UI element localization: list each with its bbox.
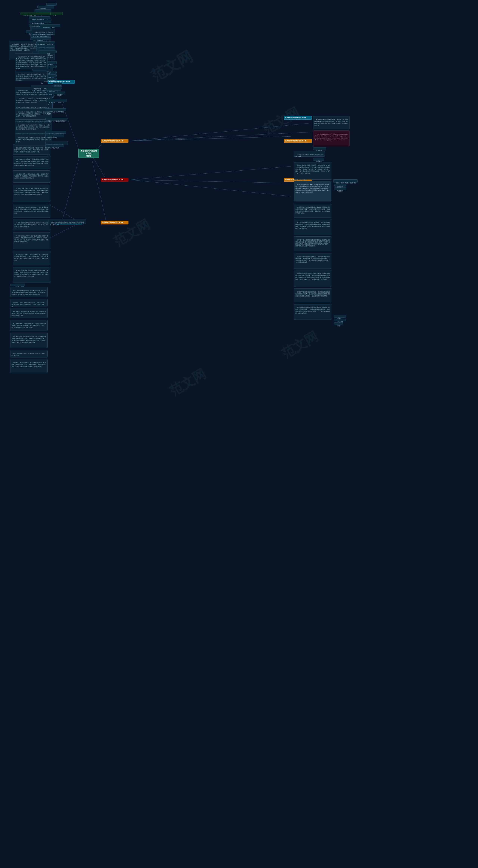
text-block-right: 增进了学生们互相交流的机会，加强了运用英语进行交流的实际能力，提高了应用英语的综…	[294, 288, 332, 302]
text-block: 12、整个英语学习的过程是一个由浅入深，由感性到理性认识循序渐进的过程，因此，对…	[10, 333, 47, 348]
text-block-right: 为了进一步激发学生的学习积极性，真正把英语成绩提高上去，老师要积极利用各种资源，…	[294, 219, 332, 235]
leaf-node: 初三 作文	[36, 45, 55, 48]
text-block: 部分专业英语语句记忆	[45, 141, 68, 145]
leaf-node-right: 英语对话	[334, 184, 346, 186]
leaf-node-right: 结语如下	[313, 158, 324, 161]
leaf-node: 在校学习成绩	[45, 134, 64, 137]
leaf-node: 学习总结一	[46, 88, 61, 91]
leaf-node: 初三	[46, 3, 57, 6]
leaf-node: 学校活动：文艺活动	[45, 131, 66, 134]
text-block-right-light: flex更好地开展英语课程，一是根据学生学习的特点，一是在网络——一线教学模式的…	[294, 181, 332, 202]
central-node: 英语初中学校的简介范文 共5篇	[78, 149, 99, 158]
text-block-right: 小ABCZ 为了使学生能更好地学到语文知识，有那	[294, 151, 325, 157]
text-block: 初中英语：人教版，实用英语作文范文，英语写作技巧，初中英语作文：有关学校的英语作…	[32, 29, 55, 35]
leaf-node: 指导教师	[53, 83, 62, 86]
leaf-node: 初中英语：作文练习	[36, 41, 55, 44]
text-block: 6、我将根据总结多年的工作经验，在实际工作中认真思考，不断总结，使自己得到更大的…	[13, 219, 50, 230]
text-block: 总的来说，我们的英语作文，需要不断地练习写作，积累经验，培养良好的学习习惯，逐步…	[10, 359, 47, 373]
text-block: 如何写英语作文范文格式，更好地提高英语写作水平，加以总结	[48, 219, 86, 224]
branch-node-3[interactable]: 英语初中学校的简介范文 第三篇	[101, 178, 129, 182]
leaf-node: 初中英语：人教版	[40, 24, 60, 27]
leaf-node-right: 结语如下	[334, 315, 346, 318]
leaf-node-right: 结语如下	[334, 319, 346, 321]
leaf-node: 广告英语：广告作文范文	[46, 99, 67, 102]
connections-svg	[0, 0, 478, 868]
text-block-right: 初学之中学生们找英语老师练习英语，慢慢地，加强了运用英语进行交流的实际能力，提高…	[294, 237, 332, 251]
watermark-5: 范文网	[278, 328, 321, 363]
leaf-node: 写法一：一般叙述性写法	[45, 118, 67, 121]
text-block: 9、开学初我们对考上来的学生质量进行了分析研究，这些学生大多数是以前学过一些简单…	[13, 267, 50, 283]
text-block: 总而言之，写好英语作文作为一个步骤，只是一个开始。我们还需要在日常生活中多加练习…	[10, 299, 47, 307]
svg-line-12	[131, 123, 312, 141]
watermark-1: 范文网	[147, 46, 196, 86]
leaf-node: 初三英语作文 广告	[21, 12, 50, 15]
text-block: 5、我将在工作和生活中不断磨砺自己，提升自己的职业素养，通过不断地学习和积累，如…	[13, 204, 50, 218]
leaf-node-right: 结语如下	[334, 187, 346, 190]
text-block-right: 初学之中学生们找英语老师练习英语，慢慢地，能在课堂上练习英语了，但也是需要向学校…	[294, 204, 332, 218]
branch-right-2[interactable]: 英语初中学校的简介范文 第二篇	[284, 139, 312, 143]
branch-node-2[interactable]: 英语初中学校的简介范文 第二篇	[101, 139, 129, 143]
leaf-node-right: 英语阅读	[313, 147, 326, 150]
leaf-node: 总的来说，我们的	[10, 284, 25, 286]
text-block: 8、这学期我主要承担了初一英语教学工作。在学校领导和英语教研组的指导下，通过本人…	[13, 251, 50, 265]
mindmap-container: 范文网 范文网 范文网 范文网 范文网 英语	[0, 0, 478, 868]
text-block: 于是抱着对提高教学效果的兴趣，我积极了解了一些相关的理论知识，充分利用多媒体、网…	[13, 144, 50, 155]
svg-line-14	[131, 136, 291, 141]
leaf-node: 内容一：一些重要学习方法点	[46, 92, 65, 94]
branch-right-1[interactable]: 英语初中学校的简介范文 第一篇	[284, 116, 312, 120]
leaf-node: 初中英语作文	[38, 51, 57, 53]
text-block: 人的成长过程中，每个阶段都有其独特的挑战和机遇。作为一个中学生，我在这个阶段经历…	[15, 53, 47, 69]
text-block: 11、学期结束时，以班级为单位进行了一个小型的英语演讲比赛，同学们表现得很积极，…	[10, 320, 47, 331]
text-block-right: 初学之中学生们找英语老师练习英语，慢慢地，能在课堂上练习英语了，英语教学活动效果…	[294, 304, 332, 320]
text-block: 在这所学校里，老师们不仅传授我们知识，更注重培养我们的品格和价值观。这里的教学方…	[15, 71, 47, 81]
svg-line-3	[91, 154, 106, 222]
text-block: 4、我能，我将不再自卑，我将不再彷徨，我将不再无所适从。无论是教学工作还是教学研…	[13, 185, 50, 202]
svg-line-4	[62, 154, 80, 222]
text-block: 面对各种新型科技的发展，如何充分利用现有条件，提高工作效率，为教学工作服务，我认…	[13, 156, 50, 169]
branch-node-4[interactable]: 英语初中学校的简介范文 第五篇	[101, 221, 129, 224]
svg-line-15	[131, 166, 291, 180]
leaf-node: 广州	[50, 12, 63, 15]
leaf-node: 初中英语作文 广告	[29, 17, 50, 19]
text-block: 才能勇敢地展示，才能去积极地进行实践，在实践中不断地检验自我、超越自我。工作要有…	[13, 170, 50, 183]
leaf-node: 初一 初中英语作文	[29, 20, 52, 23]
text-block-right: 近年来学生们学英语的兴趣一直不减，一直积极地参与到英语教学活动中，将英语运用在平…	[294, 270, 332, 287]
leaf-node: 初三英语	[37, 6, 54, 8]
text-block: 10、学期末，我们全力以赴，搞好期末复习，使学生取得好成绩，加以总结，迎接下学期…	[10, 308, 47, 318]
svg-line-17	[131, 180, 291, 196]
text-block: 此外，我们还要提醒同学们，诚信考试是十分重要的一件事，任何形式的作弊行为都是不诚…	[10, 287, 47, 297]
text-block: 7、我将在今后的工作中，更好地运用先进的教育教学理论和方法，用先进教育理念武装自…	[13, 232, 50, 249]
text-block-right: 增进了学生们互相交流的机会，提高了运用英语的综合能力，锻炼人际关系，增强学生的合…	[294, 253, 332, 269]
leaf-node-right: 立刻、感激、感谢、感谢、感	[333, 179, 357, 183]
leaf-node: 学好了很多知识	[45, 145, 64, 147]
svg-line-13	[131, 132, 310, 141]
leaf-node: 初中英语：有关学校的范文	[46, 108, 66, 111]
text-block-right: 提高学习效率，课堂学习能力，课外活动能力。建立了对英语听说的信心，也为学生更好地…	[294, 162, 332, 180]
leaf-node-right: 结语	[334, 322, 343, 325]
svg-line-16	[131, 180, 291, 183]
text-block: 另外，我们对英语作文还有一些建议，写作一步一个脚印，持之以恒。	[10, 350, 47, 358]
watermark-3: 范文网	[166, 365, 209, 400]
text-block-right-pink: I also visited various news websites and…	[313, 130, 349, 146]
leaf-node: 初一、初二	[35, 9, 52, 12]
text-block-right: after study through the Internet, I lear…	[313, 116, 349, 129]
watermark-4: 范文网	[260, 103, 303, 138]
